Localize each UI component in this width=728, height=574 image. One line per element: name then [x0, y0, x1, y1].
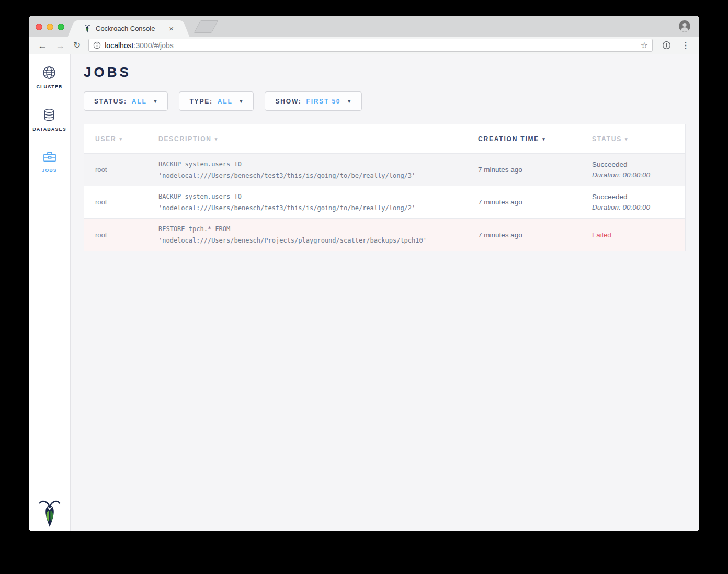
- job-creation-time: 7 minutes ago: [478, 166, 581, 174]
- job-creation-time: 7 minutes ago: [478, 198, 581, 206]
- tab-close-icon[interactable]: ×: [167, 24, 176, 33]
- globe-icon: [41, 65, 57, 81]
- table-row[interactable]: root RESTORE tpch.* FROM 'nodelocal:///U…: [84, 219, 685, 251]
- profile-avatar-icon[interactable]: [678, 20, 691, 32]
- sidebar-item-label: DATABASES: [32, 127, 66, 132]
- sidebar-item-databases[interactable]: DATABASES: [32, 107, 66, 132]
- filter-label: STATUS:: [94, 98, 127, 105]
- chevron-down-icon: ▼: [239, 99, 244, 104]
- column-label: USER: [95, 135, 117, 143]
- browser-tab[interactable]: Cockroach Console ×: [76, 20, 181, 37]
- job-description-line1: BACKUP system.users TO: [158, 158, 467, 170]
- jobs-table: USER ▾ DESCRIPTION ▾ CREATION TIME ▾ STA…: [84, 124, 686, 251]
- url-path: :3000/#/jobs: [134, 41, 174, 50]
- jobs-page: JOBS STATUS: ALL ▼ TYPE: ALL ▼ SHOW: FIR…: [71, 54, 699, 531]
- address-bar[interactable]: localhost:3000/#/jobs ☆: [88, 39, 653, 52]
- filter-label: TYPE:: [189, 98, 212, 105]
- sort-caret-icon: ▾: [625, 136, 628, 142]
- page-content: CLUSTER DATABASES: [29, 54, 699, 531]
- column-header-creation-time[interactable]: CREATION TIME ▾: [467, 124, 581, 153]
- zoom-window-button[interactable]: [58, 24, 64, 30]
- job-description-line2: 'nodelocal:///Users/benesch/Projects/pla…: [158, 235, 467, 246]
- job-status: Succeeded: [592, 159, 685, 170]
- browser-toolbar: ← → ↻ localhost:3000/#/jobs ☆ ⋮: [29, 37, 699, 54]
- job-description-line1: BACKUP system.users TO: [158, 191, 467, 202]
- job-description-line1: RESTORE tpch.* FROM: [158, 223, 467, 235]
- job-user: root: [95, 166, 147, 174]
- job-creation-time: 7 minutes ago: [478, 231, 581, 239]
- sidebar-nav: CLUSTER DATABASES: [29, 54, 71, 531]
- job-status: Failed: [592, 231, 685, 239]
- type-filter-dropdown[interactable]: TYPE: ALL ▼: [179, 91, 254, 111]
- job-description-line2: 'nodelocal:///Users/benesch/test3/this/i…: [158, 170, 467, 181]
- new-tab-button[interactable]: [194, 20, 219, 33]
- filter-bar: STATUS: ALL ▼ TYPE: ALL ▼ SHOW: FIRST 50…: [84, 91, 686, 111]
- job-user: root: [95, 231, 147, 239]
- column-label: STATUS: [592, 135, 622, 143]
- back-button[interactable]: ←: [35, 41, 50, 50]
- sidebar-item-label: JOBS: [42, 168, 57, 173]
- filter-value: FIRST 50: [306, 98, 341, 105]
- url-host: localhost: [105, 41, 133, 50]
- sort-caret-icon: ▾: [120, 136, 123, 142]
- tab-strip: Cockroach Console ×: [29, 16, 699, 37]
- job-duration: Duration: 00:00:00: [592, 170, 685, 180]
- page-info-icon[interactable]: [93, 41, 101, 49]
- chevron-down-icon: ▼: [153, 99, 158, 104]
- column-label: DESCRIPTION: [158, 135, 212, 143]
- favicon-cockroach-icon: [83, 25, 92, 33]
- show-filter-dropdown[interactable]: SHOW: FIRST 50 ▼: [265, 91, 362, 111]
- column-label: CREATION TIME: [478, 135, 539, 143]
- close-window-button[interactable]: [36, 24, 42, 30]
- sidebar-item-jobs[interactable]: JOBS: [42, 150, 58, 173]
- minimize-window-button[interactable]: [47, 24, 53, 30]
- briefcase-icon: [42, 150, 58, 164]
- table-header: USER ▾ DESCRIPTION ▾ CREATION TIME ▾ STA…: [84, 124, 685, 154]
- forward-button[interactable]: →: [53, 41, 67, 50]
- table-row[interactable]: root BACKUP system.users TO 'nodelocal:/…: [84, 186, 685, 219]
- job-duration: Duration: 00:00:00: [592, 202, 685, 213]
- extension-icon[interactable]: [662, 41, 671, 50]
- page-title: JOBS: [84, 64, 686, 81]
- browser-window: Cockroach Console × ← → ↻ localho: [29, 16, 699, 531]
- table-row[interactable]: root BACKUP system.users TO 'nodelocal:/…: [84, 154, 685, 186]
- sort-caret-icon: ▾: [542, 136, 545, 142]
- sort-caret-icon: ▾: [215, 136, 218, 142]
- filter-label: SHOW:: [275, 98, 301, 105]
- column-header-user[interactable]: USER ▾: [84, 124, 147, 153]
- job-description-line2: 'nodelocal:///Users/benesch/test3/this/i…: [158, 202, 467, 214]
- column-header-status[interactable]: STATUS ▾: [581, 124, 685, 153]
- window-controls: [36, 24, 64, 30]
- bookmark-star-icon[interactable]: ☆: [641, 40, 648, 50]
- cockroachdb-logo: [39, 499, 61, 528]
- sidebar-item-label: CLUSTER: [36, 84, 62, 89]
- database-icon: [42, 107, 56, 123]
- reload-button[interactable]: ↻: [71, 41, 83, 50]
- tab-title: Cockroach Console: [96, 25, 167, 32]
- filter-value: ALL: [132, 98, 147, 105]
- filter-value: ALL: [218, 98, 233, 105]
- status-filter-dropdown[interactable]: STATUS: ALL ▼: [84, 91, 168, 111]
- job-status: Succeeded: [592, 192, 685, 202]
- column-header-description[interactable]: DESCRIPTION ▾: [147, 124, 467, 153]
- sidebar-item-cluster[interactable]: CLUSTER: [36, 65, 62, 89]
- chevron-down-icon: ▼: [347, 99, 351, 104]
- browser-menu-icon[interactable]: ⋮: [678, 40, 693, 50]
- job-user: root: [95, 198, 147, 206]
- url-text: localhost:3000/#/jobs: [105, 41, 640, 50]
